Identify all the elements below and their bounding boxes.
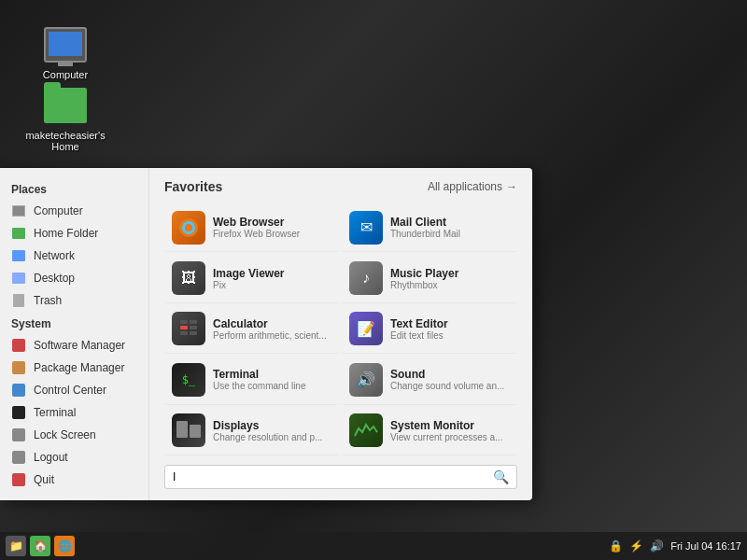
menu-main-content: Favorites All applications → xyxy=(149,168,532,500)
sidebar-item-terminal[interactable]: Terminal xyxy=(0,401,148,424)
sidebar-label-software-manager: Software Manager xyxy=(34,339,125,352)
sidebar-item-package-manager[interactable]: Package Manager xyxy=(0,357,148,379)
svg-rect-9 xyxy=(176,421,188,438)
sidebar-label-terminal: Terminal xyxy=(34,406,76,419)
sidebar-item-computer[interactable]: Computer xyxy=(0,200,148,222)
app-name-web-browser: Web Browser xyxy=(213,216,300,229)
app-name-sound: Sound xyxy=(390,368,504,381)
calculator-icon xyxy=(172,312,205,345)
package-manager-icon xyxy=(11,360,26,375)
logout-icon xyxy=(11,450,26,465)
app-desc-text-editor: Edit text files xyxy=(390,330,448,341)
app-name-calculator: Calculator xyxy=(213,317,327,330)
terminal-sidebar-icon xyxy=(11,405,26,420)
desktop-icon-sidebar xyxy=(11,271,26,286)
content-header: Favorites All applications → xyxy=(164,179,517,194)
app-item-system-monitor[interactable]: System Monitor View current processes a.… xyxy=(342,407,517,455)
sidebar-item-quit[interactable]: Quit xyxy=(0,469,148,491)
network-tray-icon[interactable]: 🔒 xyxy=(607,538,624,554)
sidebar-item-lock-screen[interactable]: Lock Screen xyxy=(0,424,148,446)
sidebar-item-control-center[interactable]: Control Center xyxy=(0,379,148,401)
system-section-title: System xyxy=(0,312,148,334)
desktop-icon-home[interactable]: maketecheasier's Home xyxy=(28,79,103,156)
app-name-text-editor: Text Editor xyxy=(390,317,448,330)
app-item-mail-client[interactable]: ✉ Mail Client Thunderbird Mail xyxy=(342,203,517,252)
web-browser-icon xyxy=(172,211,205,245)
computer-icon xyxy=(11,203,26,218)
mail-client-icon: ✉ xyxy=(349,211,383,245)
sidebar-label-desktop: Desktop xyxy=(34,272,75,285)
svg-point-2 xyxy=(185,224,192,231)
menu-sidebar: Places Computer Home Folder Network Desk… xyxy=(0,168,149,500)
lock-screen-icon xyxy=(11,427,26,442)
sidebar-item-home-folder[interactable]: Home Folder xyxy=(0,222,148,245)
sidebar-label-trash: Trash xyxy=(34,294,62,307)
app-item-terminal-app[interactable]: $_ Terminal Use the command line xyxy=(164,356,340,404)
taskbar: 📁 🏠 🌐 🔒 ⚡ 🔊 Fri Jul 04 16:17 xyxy=(0,532,747,560)
app-desc-sound: Change sound volume an... xyxy=(390,381,504,391)
app-item-text-editor[interactable]: 📝 Text Editor Edit text files xyxy=(342,305,517,354)
taskbar-time: Fri Jul 04 16:17 xyxy=(670,540,741,552)
arrow-right-icon: → xyxy=(506,180,517,193)
network-icon xyxy=(11,248,26,263)
app-desc-image-viewer: Pix xyxy=(213,280,285,290)
taskbar-firefox-icon[interactable]: 🌐 xyxy=(54,536,75,556)
taskbar-files-icon[interactable]: 📁 xyxy=(6,536,26,556)
sidebar-item-trash[interactable]: Trash xyxy=(0,289,148,312)
sidebar-label-computer: Computer xyxy=(34,204,83,217)
sidebar-item-logout[interactable]: Logout xyxy=(0,446,148,469)
search-bar: 🔍 xyxy=(164,465,517,489)
app-name-mail-client: Mail Client xyxy=(390,216,460,229)
taskbar-folder-icon[interactable]: 🏠 xyxy=(30,536,50,556)
all-apps-link[interactable]: All applications → xyxy=(428,180,517,193)
app-desc-web-browser: Firefox Web Browser xyxy=(213,229,300,239)
app-grid: Web Browser Firefox Web Browser ✉ Mail C… xyxy=(164,203,517,455)
app-name-music-player: Music Player xyxy=(390,267,458,280)
app-item-image-viewer[interactable]: 🖼 Image Viewer Pix xyxy=(164,254,340,302)
quit-icon xyxy=(11,472,26,487)
app-item-calculator[interactable]: Calculator Perform arithmetic, scient... xyxy=(164,305,340,354)
text-editor-icon: 📝 xyxy=(349,312,383,345)
svg-rect-10 xyxy=(190,425,201,438)
sidebar-item-desktop[interactable]: Desktop xyxy=(0,267,148,289)
battery-tray-icon[interactable]: ⚡ xyxy=(627,538,644,554)
control-center-icon xyxy=(11,383,26,398)
sidebar-label-control-center: Control Center xyxy=(34,384,106,397)
desktop-icon-computer[interactable]: Computer xyxy=(28,19,103,84)
sidebar-label-home-folder: Home Folder xyxy=(34,227,98,240)
displays-icon xyxy=(172,413,205,447)
app-desc-terminal: Use the command line xyxy=(213,381,306,391)
sidebar-label-logout: Logout xyxy=(34,451,68,464)
music-player-icon: ♪ xyxy=(349,261,383,295)
system-monitor-icon xyxy=(349,413,383,447)
taskbar-tray: 🔒 ⚡ 🔊 xyxy=(607,538,665,554)
sidebar-label-lock-screen: Lock Screen xyxy=(34,428,96,441)
desktop: Computer maketecheasier's Home Places Co… xyxy=(0,0,747,560)
sidebar-item-network[interactable]: Network xyxy=(0,245,148,267)
desktop-icon-home-label: maketecheasier's Home xyxy=(25,130,105,152)
image-viewer-icon: 🖼 xyxy=(172,261,205,295)
sidebar-label-package-manager: Package Manager xyxy=(34,361,124,374)
svg-rect-6 xyxy=(190,326,197,329)
sound-icon: 🔊 xyxy=(349,363,383,397)
app-desc-system-monitor: View current processes a... xyxy=(390,432,502,442)
svg-rect-5 xyxy=(180,326,188,329)
app-item-web-browser[interactable]: Web Browser Firefox Web Browser xyxy=(164,203,340,252)
home-folder-icon xyxy=(11,226,26,241)
app-item-music-player[interactable]: ♪ Music Player Rhythmbox xyxy=(342,254,517,302)
places-section-title: Places xyxy=(0,177,148,200)
sidebar-label-network: Network xyxy=(34,249,75,262)
app-name-terminal: Terminal xyxy=(213,368,306,381)
svg-rect-4 xyxy=(190,320,197,324)
terminal-app-icon: $_ xyxy=(172,363,205,397)
svg-rect-8 xyxy=(190,331,197,335)
search-icon[interactable]: 🔍 xyxy=(493,469,509,484)
volume-tray-icon[interactable]: 🔊 xyxy=(648,538,665,554)
app-item-sound[interactable]: 🔊 Sound Change sound volume an... xyxy=(342,356,517,404)
search-input[interactable] xyxy=(173,470,487,483)
favorites-title: Favorites xyxy=(164,179,222,194)
sidebar-item-software-manager[interactable]: Software Manager xyxy=(0,334,148,357)
app-name-image-viewer: Image Viewer xyxy=(213,267,285,280)
app-item-displays[interactable]: Displays Change resolution and p... xyxy=(164,407,340,455)
trash-icon xyxy=(11,293,26,308)
